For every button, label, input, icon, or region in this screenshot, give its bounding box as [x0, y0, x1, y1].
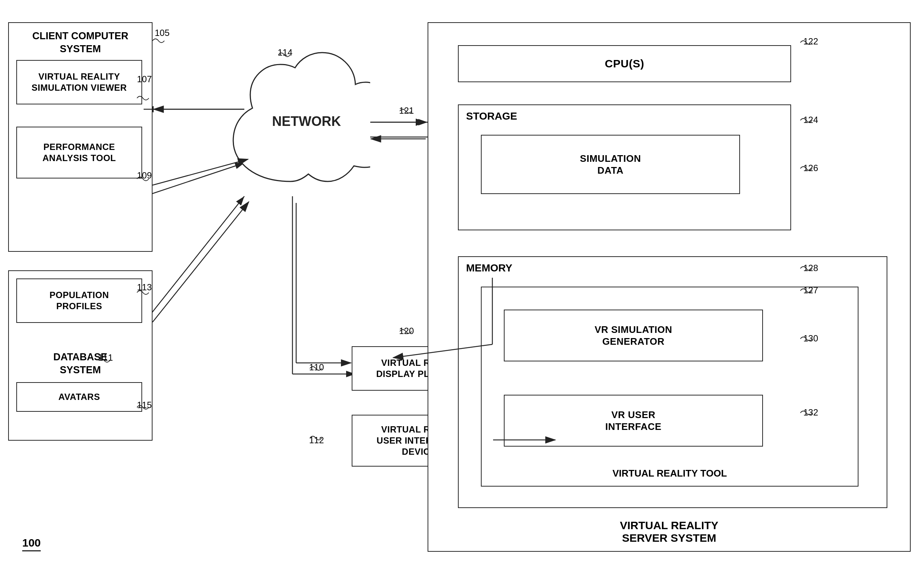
vr-server-system-label: VIRTUAL REALITYSERVER SYSTEM	[428, 519, 910, 544]
ref-132: 132	[803, 407, 818, 418]
memory-outer: MEMORY VIRTUAL REALITY TOOL VR SIMULATIO…	[458, 256, 887, 508]
svg-line-4	[144, 196, 244, 322]
ref-126: 126	[803, 163, 818, 173]
vr-simulation-viewer-box: VIRTUAL REALITYSIMULATION VIEWER	[16, 60, 142, 104]
svg-text:NETWORK: NETWORK	[272, 114, 341, 129]
ref-112: 112	[309, 435, 324, 446]
client-computer-system-label: CLIENT COMPUTERSYSTEM	[9, 30, 152, 56]
simulation-data-box: SIMULATIONDATA	[481, 135, 740, 194]
storage-outer: STORAGE SIMULATIONDATA	[458, 104, 791, 230]
vr-user-interface-box: VR USERINTERFACE	[504, 395, 763, 447]
cpus-box: CPU(S)	[458, 45, 791, 82]
virtual-reality-tool-outer: VIRTUAL REALITY TOOL VR SIMULATIONGENERA…	[481, 287, 858, 487]
virtual-reality-tool-label: VIRTUAL REALITY TOOL	[482, 468, 858, 479]
avatars-box: AVATARS	[16, 382, 142, 412]
ref-114: 114	[278, 48, 292, 58]
ref-122: 122	[803, 36, 818, 47]
performance-analysis-tool-box: PERFORMANCEANALYSIS TOOL	[16, 127, 142, 178]
ref-120: 120	[399, 326, 414, 336]
vr-server-system-outer: VIRTUAL REALITYSERVER SYSTEM CPU(S) STOR…	[427, 22, 911, 552]
ref-121: 121	[399, 106, 414, 116]
population-profiles-box: POPULATIONPROFILES	[16, 279, 142, 323]
ref-113: 113	[137, 282, 152, 292]
ref-107: 107	[137, 74, 152, 84]
ref-130: 130	[803, 333, 818, 343]
network-cloud: NETWORK	[211, 48, 370, 204]
ref-115: 115	[137, 400, 152, 410]
ref-109: 109	[137, 170, 152, 181]
ref-124: 124	[803, 115, 818, 125]
diagram-ref-100: 100	[22, 536, 41, 551]
vr-simulation-generator-box: VR SIMULATIONGENERATOR	[504, 310, 763, 361]
ref-105: 105	[155, 28, 170, 38]
storage-label: STORAGE	[466, 111, 517, 122]
database-system-outer: DATABASESYSTEM POPULATIONPROFILES AVATAR…	[8, 270, 152, 441]
ref-127: 127	[803, 285, 818, 295]
ref-111: 111	[98, 353, 113, 363]
client-computer-system-outer: CLIENT COMPUTERSYSTEM VIRTUAL REALITYSIM…	[8, 22, 152, 252]
memory-label: MEMORY	[466, 262, 512, 274]
diagram: CLIENT COMPUTERSYSTEM VIRTUAL REALITYSIM…	[0, 0, 924, 581]
ref-110: 110	[309, 362, 324, 373]
database-system-label: DATABASESYSTEM	[9, 351, 152, 376]
svg-line-15	[152, 202, 249, 322]
ref-128: 128	[803, 263, 818, 273]
